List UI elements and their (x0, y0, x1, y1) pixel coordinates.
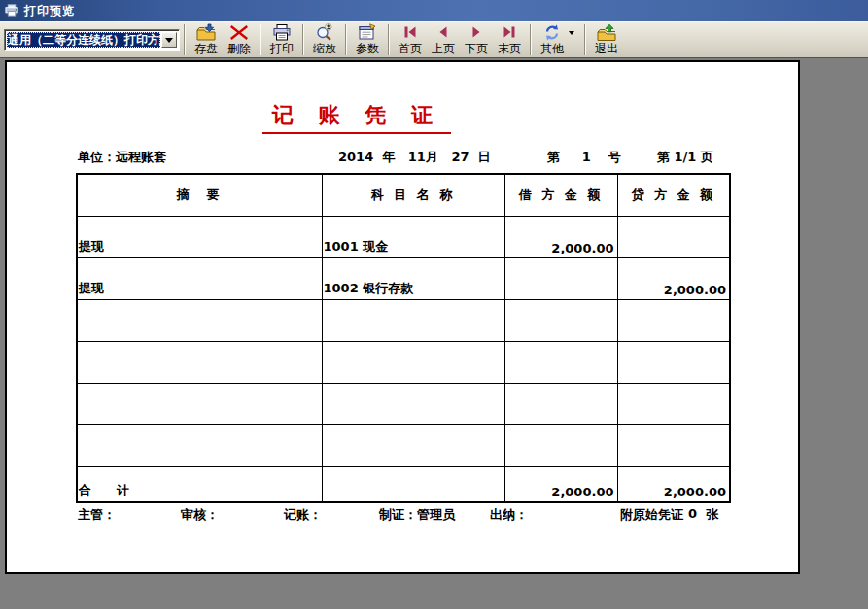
exit-icon (597, 23, 616, 42)
col-header-summary: 摘 要 (77, 174, 322, 216)
voucher-pagenum: 第 1/1 页 (657, 149, 713, 166)
print-button[interactable]: 打印 (265, 22, 298, 57)
toolbar-separator (345, 24, 347, 55)
toolbar-separator (184, 24, 186, 55)
last-page-icon (500, 23, 519, 42)
cell-credit (617, 299, 730, 341)
prev-page-icon (434, 23, 453, 42)
cell-credit (617, 383, 730, 424)
unit-label: 单位：远程账套 (78, 149, 166, 166)
cell-debit (504, 341, 617, 383)
printer-icon (5, 4, 19, 17)
cell-summary (77, 341, 322, 383)
total-debit: 2,000.00 (504, 466, 617, 502)
voucher-table: 摘 要 科 目 名 称 借 方 金 额 贷 方 金 额 提现 1001 现金 2… (76, 173, 731, 503)
print-icon (272, 23, 292, 42)
other-button[interactable]: 其他 (536, 22, 569, 57)
prev-page-button-label: 上页 (432, 42, 455, 56)
voucher-title-wrap: 记 账 凭 证 (7, 101, 707, 134)
last-page-button[interactable]: 末页 (493, 22, 526, 57)
params-button[interactable]: 参数 (351, 22, 384, 57)
cell-debit (504, 383, 617, 424)
save-button[interactable]: 存盘 (190, 22, 223, 57)
last-page-button-label: 末页 (498, 42, 521, 56)
cell-debit: 2,000.00 (504, 216, 617, 257)
cell-account (322, 299, 504, 341)
cashier-label: 出纳： (490, 506, 528, 524)
delete-button-label: 删除 (227, 42, 251, 56)
table-row (77, 383, 730, 424)
attachment-label: 附原始凭证 (620, 506, 683, 524)
table-header-row: 摘 要 科 目 名 称 借 方 金 额 贷 方 金 额 (77, 174, 730, 216)
col-header-debit: 借 方 金 额 (504, 174, 617, 216)
other-dropdown-button[interactable] (569, 23, 578, 43)
delete-button[interactable]: 删除 (223, 22, 256, 57)
save-button-label: 存盘 (194, 42, 218, 56)
table-total-row: 合 计 2,000.00 2,000.00 (77, 466, 730, 502)
printer-format-select[interactable]: 通用（二等分连续纸）打印方式 (4, 29, 180, 51)
total-account-blank (322, 466, 504, 502)
first-page-icon (400, 23, 420, 42)
supervisor-label: 主管： (78, 506, 116, 524)
cell-account: 1001 现金 (322, 216, 504, 257)
params-icon (358, 23, 377, 42)
cell-summary (77, 299, 322, 341)
zoom-icon (315, 23, 334, 42)
table-row (77, 424, 730, 466)
cell-summary: 提现 (77, 216, 322, 257)
toolbar: 通用（二等分连续纸）打印方式 存盘 删除 (0, 21, 868, 58)
delete-icon (229, 23, 249, 42)
chevron-down-icon (165, 38, 173, 43)
cell-account (322, 383, 504, 424)
next-page-button-label: 下页 (465, 42, 488, 56)
attachment-count: 0 (688, 506, 697, 521)
cell-debit (504, 299, 617, 341)
bookkeeper-label: 记账： (284, 506, 322, 524)
toolbar-separator (388, 24, 390, 55)
cell-summary (77, 383, 322, 424)
cell-debit (504, 424, 617, 466)
preparer-label: 制证：管理员 (379, 506, 455, 524)
col-header-credit: 贷 方 金 额 (617, 174, 730, 216)
cell-account: 1002 银行存款 (322, 257, 504, 299)
table-row (77, 299, 730, 341)
other-button-label: 其他 (540, 42, 564, 56)
cell-account (322, 341, 504, 383)
table-row (77, 341, 730, 383)
save-icon (196, 23, 216, 42)
voucher-page: 记 账 凭 证 单位：远程账套 2014 年 11月 27 日 第 1 号 第 … (5, 60, 800, 574)
toolbar-separator (530, 24, 532, 55)
zoom-button[interactable]: 缩放 (308, 22, 341, 57)
printer-format-dropdown-button[interactable] (161, 32, 177, 48)
toolbar-separator (584, 24, 586, 55)
first-page-button[interactable]: 首页 (394, 22, 427, 57)
cell-credit (617, 216, 730, 257)
voucher-title: 记 账 凭 证 (262, 101, 451, 134)
next-page-icon (467, 23, 486, 42)
window-title: 打印预览 (24, 3, 75, 19)
exit-button-label: 退出 (595, 42, 618, 56)
cell-summary: 提现 (77, 257, 322, 299)
table-row: 提现 1002 银行存款 2,000.00 (77, 257, 730, 299)
refresh-icon (542, 23, 562, 42)
total-credit: 2,000.00 (617, 466, 730, 502)
printer-format-value: 通用（二等分连续纸）打印方式 (7, 32, 160, 48)
attachment-unit: 张 (706, 506, 718, 524)
cell-debit (504, 257, 617, 299)
col-header-account: 科 目 名 称 (322, 174, 504, 216)
zoom-button-label: 缩放 (313, 42, 336, 56)
print-preview-window: 打印预览 通用（二等分连续纸）打印方式 存盘 删除 (0, 0, 868, 609)
exit-button[interactable]: 退出 (590, 22, 623, 57)
reviewer-label: 审核： (181, 506, 219, 524)
toolbar-separator (260, 24, 261, 55)
toolbar-separator (302, 24, 304, 55)
titlebar[interactable]: 打印预览 (0, 0, 868, 21)
params-button-label: 参数 (356, 42, 379, 56)
voucher-number: 第 1 号 (547, 149, 621, 166)
prev-page-button[interactable]: 上页 (427, 22, 460, 57)
cell-credit (617, 341, 730, 383)
next-page-button[interactable]: 下页 (460, 22, 493, 57)
first-page-button-label: 首页 (399, 42, 422, 56)
cell-summary (77, 424, 322, 466)
total-label: 合 计 (77, 466, 322, 502)
